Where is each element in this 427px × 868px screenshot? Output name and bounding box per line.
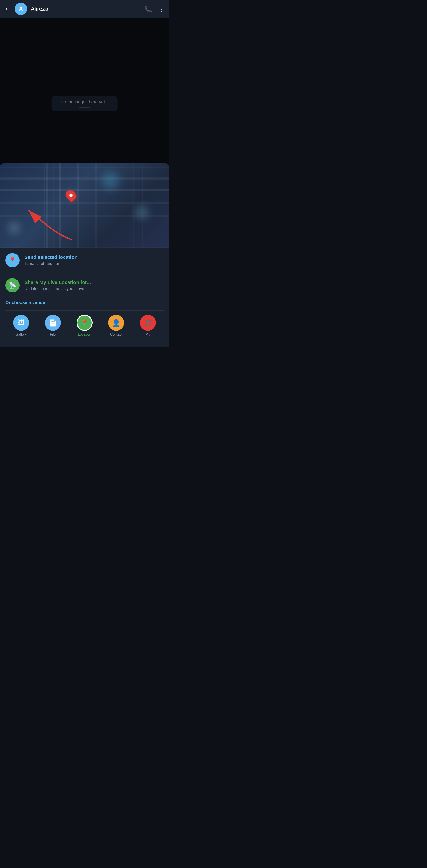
- music-icon: 🎵: [144, 319, 152, 327]
- tab-file[interactable]: 📄 File: [37, 315, 68, 337]
- file-icon: 📄: [49, 319, 57, 327]
- send-location-title: Send selected location: [25, 254, 77, 260]
- venue-section: Or choose a venue 🖼 Gallery 📄 File 📍 Loc: [0, 298, 169, 347]
- map-blob-1: [101, 172, 119, 189]
- avatar: A: [15, 3, 27, 15]
- live-location-title: Share My Live Location for...: [25, 280, 91, 285]
- gallery-label: Gallery: [15, 333, 27, 337]
- music-label: Mu: [145, 333, 150, 337]
- send-location-text: Send selected location Tehran, Tehran, I…: [25, 254, 77, 266]
- contact-icon-wrap: 👤: [108, 315, 124, 331]
- map-pin-body: [64, 188, 78, 202]
- live-location-subtitle: Updated in real time as you move: [25, 286, 91, 291]
- tab-music[interactable]: 🎵 Mu: [132, 315, 164, 337]
- location-options: 📍 Send selected location Tehran, Tehran,…: [0, 248, 169, 298]
- phone-icon[interactable]: 📞: [144, 5, 152, 13]
- map-blob-2: [135, 206, 149, 219]
- contact-name: Alireza: [31, 6, 144, 12]
- location-label: Location: [78, 333, 91, 337]
- gallery-icon-wrap: 🖼: [13, 315, 29, 331]
- venue-title: Or choose a venue: [5, 300, 164, 305]
- send-location-subtitle: Tehran, Tehran, Iran: [25, 261, 77, 266]
- send-location-option[interactable]: 📍 Send selected location Tehran, Tehran,…: [5, 248, 164, 273]
- back-button[interactable]: ←: [4, 5, 11, 12]
- map-blob-3: [8, 222, 20, 234]
- live-location-icon-wrap: 📡: [5, 278, 20, 292]
- gallery-icon: 🖼: [18, 319, 25, 327]
- bottom-sheet: 📍 Send selected location Tehran, Tehran,…: [0, 163, 169, 347]
- pin-icon: 📍: [9, 257, 17, 264]
- live-location-icon: 📡: [9, 282, 17, 289]
- contact-icon: 👤: [112, 319, 120, 327]
- map-area[interactable]: [0, 163, 169, 248]
- live-location-text: Share My Live Location for... Updated in…: [25, 280, 91, 291]
- map-background: [0, 163, 169, 248]
- bottom-tabs: 🖼 Gallery 📄 File 📍 Location 👤: [5, 310, 164, 342]
- tab-contact[interactable]: 👤 Contact: [100, 315, 132, 337]
- tab-gallery[interactable]: 🖼 Gallery: [5, 315, 37, 337]
- more-options-icon[interactable]: ⋮: [158, 5, 165, 13]
- contact-label: Contact: [110, 333, 122, 337]
- map-pin: [66, 190, 75, 200]
- send-location-icon-wrap: 📍: [5, 253, 20, 267]
- top-bar: ← A Alireza 📞 ⋮: [0, 0, 169, 18]
- location-tab-icon-wrap: 📍: [76, 315, 93, 331]
- location-tab-icon: 📍: [80, 319, 89, 327]
- file-icon-wrap: 📄: [45, 315, 61, 331]
- music-icon-wrap: 🎵: [140, 315, 156, 331]
- top-icons: 📞 ⋮: [144, 5, 165, 13]
- file-label: File: [50, 333, 56, 337]
- share-live-location-option[interactable]: 📡 Share My Live Location for... Updated …: [5, 273, 164, 298]
- tab-location[interactable]: 📍 Location: [69, 315, 100, 337]
